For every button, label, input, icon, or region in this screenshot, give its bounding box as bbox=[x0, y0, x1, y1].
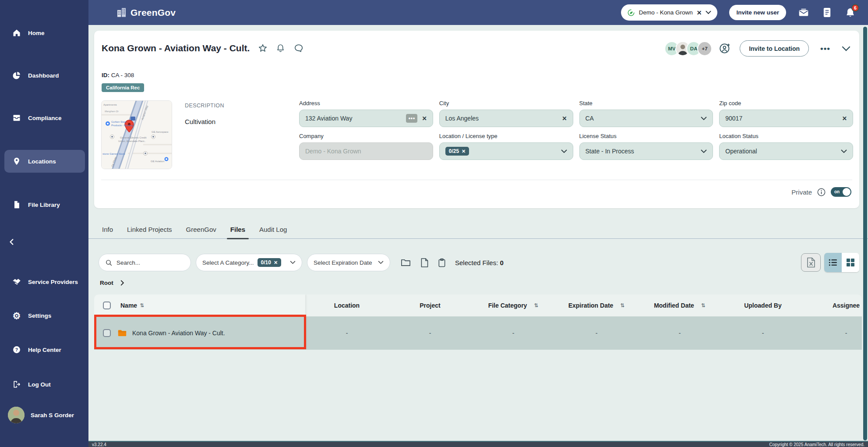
file-icon bbox=[12, 200, 21, 209]
new-file-icon[interactable] bbox=[421, 258, 428, 267]
sidebar-collapse-button[interactable] bbox=[8, 235, 21, 248]
add-user-icon[interactable] bbox=[719, 43, 731, 54]
zip-field[interactable]: 90017 ✕ bbox=[719, 110, 853, 127]
vertical-scrollbar[interactable] bbox=[863, 27, 867, 440]
chip-clear-icon[interactable]: ✕ bbox=[462, 149, 466, 154]
clear-zip-icon[interactable]: ✕ bbox=[842, 115, 847, 122]
sidebar-item-help-center[interactable]: ? Help Center bbox=[4, 342, 85, 357]
search-box[interactable] bbox=[99, 254, 191, 271]
chevron-down-icon bbox=[378, 261, 384, 264]
bell-icon[interactable]: 6 bbox=[844, 7, 856, 18]
sidebar-item-settings[interactable]: ⚙ Settings bbox=[4, 308, 85, 323]
export-excel-button[interactable] bbox=[801, 253, 821, 272]
tab-audit-log[interactable]: Audit Log bbox=[256, 226, 290, 238]
tab-linked-projects[interactable]: Linked Projects bbox=[123, 226, 176, 238]
expiration-placeholder: Select Expiration Date bbox=[314, 259, 372, 266]
row-folder-name[interactable]: Kona Grown - Aviation Way - Cult. bbox=[132, 330, 225, 337]
clipboard-icon[interactable] bbox=[438, 258, 445, 267]
private-toggle[interactable]: on bbox=[831, 187, 851, 197]
expiration-date-filter[interactable]: Select Expiration Date bbox=[307, 254, 390, 271]
sidebar-item-service-providers[interactable]: Service Providers bbox=[4, 274, 85, 289]
new-folder-icon[interactable] bbox=[401, 258, 411, 267]
chevron-down-icon[interactable] bbox=[706, 11, 711, 14]
chevron-down-icon bbox=[701, 117, 707, 121]
user-avatar bbox=[8, 407, 25, 423]
column-header-name[interactable]: Name⇅ bbox=[120, 302, 296, 309]
more-options-icon[interactable]: ••• bbox=[820, 44, 830, 53]
map-label: Apartments bbox=[103, 103, 117, 106]
column-header-file-category[interactable]: File Category ⇅ bbox=[472, 294, 555, 316]
sort-icon[interactable]: ⇅ bbox=[140, 302, 144, 309]
license-type-chip[interactable]: 0/25✕ bbox=[445, 147, 469, 156]
clear-city-icon[interactable]: ✕ bbox=[562, 115, 567, 122]
sort-icon[interactable]: ⇅ bbox=[701, 302, 706, 309]
grid-view-button[interactable] bbox=[842, 253, 859, 272]
comment-icon[interactable] bbox=[294, 43, 303, 53]
company-selector-label: Demo - Kona Grown bbox=[639, 9, 693, 16]
company-selector[interactable]: Demo - Kona Grown ✕ bbox=[621, 4, 718, 21]
address-label: Address bbox=[299, 100, 433, 106]
category-chip[interactable]: 0/10✕ bbox=[258, 258, 282, 267]
tab-files[interactable]: Files bbox=[227, 226, 249, 238]
list-view-button[interactable] bbox=[824, 253, 842, 272]
chip-clear-icon[interactable]: ✕ bbox=[274, 260, 278, 266]
clear-company-icon[interactable]: ✕ bbox=[697, 9, 702, 16]
map-label: Products - Roofing bbox=[111, 124, 133, 127]
map-label: stone Games Store bbox=[102, 153, 125, 155]
breadcrumb-root[interactable]: Root bbox=[100, 280, 113, 286]
sort-icon[interactable]: ⇅ bbox=[620, 302, 625, 309]
column-header-expiration-date[interactable]: Expiration Date ⇅ bbox=[555, 294, 638, 316]
collapse-card-chevron-icon[interactable] bbox=[842, 46, 850, 51]
license-status-select[interactable]: State - In Process bbox=[579, 142, 713, 160]
sidebar-item-file-library[interactable]: File Library bbox=[4, 197, 85, 212]
location-map[interactable]: Apartments Mangham Dr Corken Steel Produ… bbox=[101, 100, 172, 169]
star-icon[interactable] bbox=[258, 43, 268, 53]
column-header-modified-date[interactable]: Modified Date ⇅ bbox=[638, 294, 721, 316]
bell-outline-icon[interactable] bbox=[276, 43, 286, 53]
sidebar-item-label: Locations bbox=[28, 158, 56, 165]
city-field[interactable]: Los Angeles ✕ bbox=[439, 110, 573, 127]
sidebar-item-log-out[interactable]: Log Out bbox=[4, 377, 85, 392]
top-bar: GreenGov Demo - Kona Grown ✕ Invite new … bbox=[88, 0, 868, 25]
license-type-select[interactable]: 0/25✕ bbox=[439, 142, 573, 160]
location-id: ID: CA - 308 bbox=[102, 72, 134, 78]
clear-address-icon[interactable]: ✕ bbox=[422, 115, 427, 122]
sidebar-item-home[interactable]: Home bbox=[4, 25, 85, 40]
description-label: DESCRIPTION bbox=[185, 103, 286, 109]
license-type-label: Location / License type bbox=[439, 133, 573, 139]
sidebar-item-locations[interactable]: Locations bbox=[4, 150, 85, 173]
select-all-checkbox[interactable] bbox=[103, 302, 111, 309]
search-input[interactable] bbox=[116, 259, 173, 266]
info-icon[interactable] bbox=[817, 188, 826, 196]
chevron-right-icon bbox=[120, 280, 124, 286]
mail-icon[interactable] bbox=[798, 7, 809, 18]
table-row[interactable]: Kona Grown - Aviation Way - Cult. - - - … bbox=[94, 316, 862, 350]
notes-icon[interactable] bbox=[821, 7, 833, 18]
sidebar-item-label: Settings bbox=[28, 312, 51, 319]
address-field[interactable]: 132 Aviation Way ••• ✕ bbox=[299, 110, 433, 127]
address-value: 132 Aviation Way bbox=[305, 115, 406, 122]
search-icon bbox=[105, 259, 113, 266]
location-status-select[interactable]: Operational bbox=[719, 142, 853, 160]
invite-to-location-button[interactable]: Invite to Location bbox=[740, 40, 809, 57]
sidebar-item-dashboard[interactable]: Dashboard bbox=[4, 68, 85, 83]
tab-greengov[interactable]: GreenGov bbox=[183, 226, 220, 238]
tab-info[interactable]: Info bbox=[99, 226, 116, 238]
column-header-assignee: Assignee bbox=[804, 294, 862, 316]
buildings-icon bbox=[116, 7, 127, 18]
sort-icon[interactable]: ⇅ bbox=[534, 302, 538, 309]
avatar-overflow[interactable]: +7 bbox=[697, 41, 712, 56]
sidebar-user[interactable]: Sarah S Gorder bbox=[4, 407, 74, 423]
category-filter[interactable]: Select A Category... 0/10✕ bbox=[196, 254, 302, 271]
state-select[interactable]: CA bbox=[579, 110, 713, 127]
row-checkbox[interactable] bbox=[103, 329, 111, 337]
city-label: City bbox=[439, 100, 573, 106]
sidebar-item-compliance[interactable]: Compliance bbox=[4, 110, 85, 125]
category-placeholder: Select A Category... bbox=[202, 259, 254, 266]
cell-file-category: - bbox=[472, 316, 555, 350]
sidebar-item-label: File Library bbox=[28, 202, 60, 208]
files-table: Name⇅ Location Project File Category ⇅ E… bbox=[94, 294, 862, 350]
home-icon bbox=[12, 28, 21, 38]
invite-new-user-button[interactable]: Invite new user bbox=[729, 5, 786, 20]
address-menu-icon[interactable]: ••• bbox=[406, 114, 417, 123]
